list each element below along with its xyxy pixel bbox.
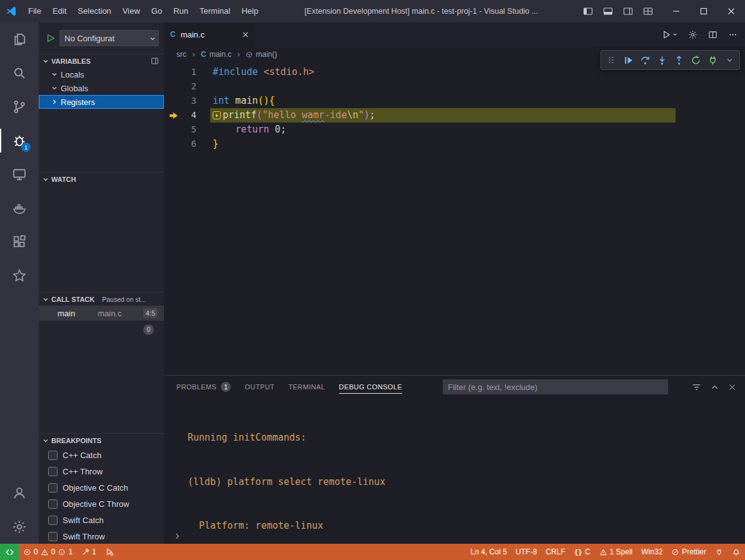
- encoding[interactable]: UTF-8: [511, 544, 541, 560]
- plug-icon[interactable]: [711, 544, 727, 560]
- run-file-button[interactable]: [662, 30, 677, 39]
- disconnect-icon[interactable]: [704, 52, 721, 68]
- search-icon[interactable]: [0, 56, 39, 90]
- breakpoint-item[interactable]: Swift Throw: [39, 528, 164, 544]
- editor-gear-icon[interactable]: [688, 30, 697, 39]
- maximize-button[interactable]: [690, 0, 717, 22]
- variables-section-header[interactable]: VARIABLES: [39, 54, 164, 68]
- maximize-panel-icon[interactable]: [711, 383, 719, 391]
- breakpoint-item[interactable]: C++ Throw: [39, 463, 164, 479]
- menu-help[interactable]: Help: [236, 3, 264, 19]
- problems-status[interactable]: 0 0 1: [19, 544, 77, 560]
- prettier-status[interactable]: Prettier: [667, 544, 711, 560]
- step-into-icon[interactable]: [654, 52, 670, 68]
- menu-file[interactable]: File: [23, 3, 47, 19]
- extensions-icon[interactable]: [0, 225, 39, 259]
- menu-edit[interactable]: Edit: [47, 3, 72, 19]
- star-icon[interactable]: [0, 259, 39, 292]
- explorer-icon[interactable]: [0, 22, 39, 56]
- menu-go[interactable]: Go: [146, 3, 168, 19]
- watch-section-header[interactable]: WATCH: [39, 172, 164, 186]
- tab-debug-console[interactable]: DEBUG CONSOLE: [339, 376, 402, 398]
- close-panel-icon[interactable]: [728, 383, 736, 391]
- menu-selection[interactable]: Selection: [72, 3, 116, 19]
- code-line[interactable]: 5 return 0;: [164, 122, 745, 137]
- split-editor-icon[interactable]: [708, 30, 717, 39]
- console-filter-input[interactable]: [443, 379, 668, 394]
- debug-status-icon[interactable]: [101, 544, 118, 560]
- breakpoints-section-header[interactable]: BREAKPOINTS: [39, 433, 164, 447]
- code-line[interactable]: 6 }: [164, 137, 745, 151]
- variables-item-locals[interactable]: Locals: [39, 68, 164, 81]
- run-and-debug-icon[interactable]: 1: [0, 124, 39, 158]
- toolbar-gripper[interactable]: [603, 52, 619, 68]
- debug-toolbar: [601, 50, 740, 70]
- eol-sequence[interactable]: CRLF: [541, 544, 569, 560]
- filter-icon[interactable]: [692, 382, 701, 392]
- restart-icon[interactable]: [687, 52, 704, 68]
- debug-console-output[interactable]: Running initCommands: (lldb) platform se…: [164, 398, 745, 529]
- checkbox[interactable]: [48, 451, 58, 460]
- chevron-down-icon[interactable]: [721, 52, 737, 68]
- checkbox[interactable]: [48, 532, 58, 541]
- breakpoint-item[interactable]: C++ Catch: [39, 447, 164, 463]
- checkbox[interactable]: [48, 499, 58, 509]
- checkbox[interactable]: [48, 467, 58, 476]
- debug-configuration-dropdown[interactable]: No Configurat: [59, 30, 159, 46]
- accounts-icon[interactable]: [0, 476, 39, 510]
- tab-close-icon[interactable]: [242, 31, 249, 38]
- breakpoint-item[interactable]: Objective C Catch: [39, 479, 164, 496]
- console-input[interactable]: [164, 529, 745, 544]
- notifications-bell-icon[interactable]: [727, 544, 745, 560]
- call-stack-section-header[interactable]: CALL STACK Paused on st...: [39, 292, 164, 306]
- start-debug-icon[interactable]: [46, 34, 55, 42]
- remote-explorer-icon[interactable]: [0, 158, 39, 191]
- tab-main-c[interactable]: C main.c: [164, 22, 255, 46]
- customize-layout-icon[interactable]: [639, 2, 657, 21]
- step-out-icon[interactable]: [671, 52, 687, 68]
- stack-frame-row[interactable]: main main.c 4:5: [39, 306, 164, 321]
- toggle-sidebar-icon[interactable]: [579, 2, 597, 21]
- source-control-icon[interactable]: [0, 90, 39, 124]
- settings-gear-icon[interactable]: [0, 510, 39, 544]
- code-line-current[interactable]: 4 printf("hello wamr-ide\n");: [164, 108, 745, 122]
- code-line[interactable]: 3 int main(){: [164, 94, 745, 108]
- menu-view[interactable]: View: [117, 3, 146, 19]
- menu-run[interactable]: Run: [168, 3, 194, 19]
- breadcrumb-symbol[interactable]: main(): [246, 50, 277, 59]
- menu-terminal[interactable]: Terminal: [194, 3, 236, 19]
- variables-item-globals[interactable]: Globals: [39, 81, 164, 95]
- tab-output[interactable]: OUTPUT: [245, 376, 275, 398]
- code-line[interactable]: 2: [164, 79, 745, 94]
- breakpoint-item[interactable]: Objective C Throw: [39, 496, 164, 512]
- current-line-arrow-icon[interactable]: [164, 108, 183, 122]
- variables-item-registers[interactable]: Registers: [39, 95, 164, 109]
- tab-problems[interactable]: PROBLEMS 1: [176, 376, 231, 398]
- code-token: [213, 122, 235, 137]
- breakpoint-label: Swift Throw: [63, 532, 105, 541]
- code-editor[interactable]: 1 #include <stdio.h> 2 3 int main(){ 4 p…: [164, 62, 745, 375]
- more-actions-icon[interactable]: [728, 30, 737, 39]
- docker-icon[interactable]: [0, 191, 39, 225]
- checkbox[interactable]: [48, 483, 58, 492]
- tab-terminal[interactable]: TERMINAL: [288, 376, 325, 398]
- toggle-panel-icon[interactable]: [599, 2, 617, 21]
- step-over-icon[interactable]: [637, 52, 653, 68]
- breadcrumb-file[interactable]: C main.c: [201, 50, 231, 59]
- inline-breakpoint-icon[interactable]: [213, 111, 221, 119]
- cursor-position[interactable]: Ln 4, Col 5: [466, 544, 511, 560]
- toggle-secondary-sidebar-icon[interactable]: [619, 2, 637, 21]
- platform-status[interactable]: Win32: [637, 544, 667, 560]
- minimize-button[interactable]: [662, 0, 690, 22]
- breakpoint-item[interactable]: Swift Catch: [39, 512, 164, 528]
- toolchain-status[interactable]: 1: [77, 544, 101, 560]
- close-button[interactable]: [717, 0, 745, 22]
- open-panel-icon[interactable]: [151, 57, 159, 65]
- continue-icon[interactable]: [620, 52, 636, 68]
- breadcrumb-folder[interactable]: src: [176, 50, 186, 59]
- language-mode[interactable]: {} C: [570, 544, 595, 560]
- spell-checker-status[interactable]: 1 Spell: [595, 544, 637, 560]
- problems-label: PROBLEMS: [176, 383, 216, 391]
- remote-indicator[interactable]: [0, 544, 19, 560]
- checkbox[interactable]: [48, 516, 58, 525]
